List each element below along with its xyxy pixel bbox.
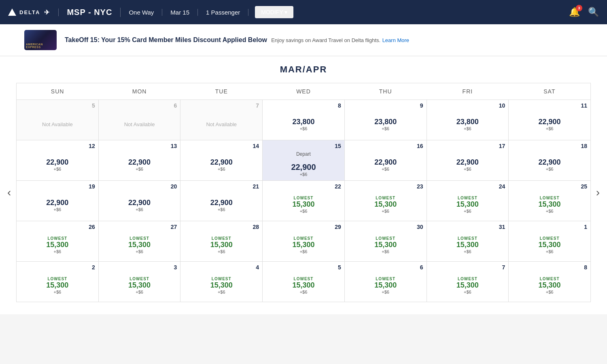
day-content: 22,900+$6 [20, 183, 95, 218]
lowest-fee-value: +$6 [382, 249, 389, 254]
modify-button[interactable]: MODIFY ▾ [255, 6, 293, 18]
calendar-cell[interactable]: 1222,900+$6 [17, 140, 99, 181]
miles-value: 22,900 [46, 158, 68, 167]
calendar-cell[interactable]: 1622,900+$6 [344, 140, 427, 181]
calendar-cell[interactable]: 1322,900+$6 [98, 140, 180, 181]
day-number: 20 [171, 183, 177, 190]
fee-value: +$6 [464, 126, 471, 131]
calendar-cell[interactable]: 25LOWEST15,300+$6 [509, 181, 591, 221]
day-content: LOWEST15,300+$6 [266, 264, 341, 298]
day-header-thu: THU [344, 83, 427, 100]
lowest-miles-value: 15,300 [456, 200, 479, 209]
day-content: 22,900+$6 [430, 143, 505, 177]
calendar-cell[interactable]: 2LOWEST15,300+$6 [17, 262, 99, 302]
lowest-label: LOWEST [47, 277, 67, 281]
fee-value: +$6 [546, 126, 554, 131]
day-number: 26 [89, 224, 95, 230]
calendar-cell[interactable]: 1722,900+$6 [427, 140, 509, 181]
calendar-cell[interactable]: 26LOWEST15,300+$6 [17, 221, 99, 262]
day-number: 29 [335, 224, 341, 230]
fee-value: +$6 [546, 167, 554, 171]
calendar-cell[interactable]: 24LOWEST15,300+$6 [427, 181, 509, 221]
calendar-cell[interactable]: 23LOWEST15,300+$6 [344, 181, 427, 221]
calendar-cell[interactable]: 2122,900+$6 [180, 181, 263, 221]
day-content: LOWEST15,300+$6 [348, 224, 423, 258]
calendar-cell[interactable]: 30LOWEST15,300+$6 [344, 221, 427, 262]
prev-month-button[interactable]: ‹ [4, 186, 14, 199]
day-number: 9 [420, 102, 423, 109]
next-month-button[interactable]: › [593, 186, 603, 199]
miles-value: 22,900 [128, 158, 151, 167]
calendar-cell[interactable]: 6LOWEST15,300+$6 [344, 262, 427, 302]
miles-value: 23,800 [456, 118, 479, 126]
fee-value: +$6 [218, 207, 225, 212]
calendar-cell[interactable]: 4LOWEST15,300+$6 [180, 262, 263, 302]
calendar-cell[interactable]: 3LOWEST15,300+$6 [98, 262, 180, 302]
calendar-cell[interactable]: 31LOWEST15,300+$6 [427, 221, 509, 262]
lowest-fee-value: +$6 [218, 249, 225, 254]
day-content: 22,900+$6 [102, 143, 177, 177]
day-content: LOWEST15,300+$6 [102, 224, 177, 258]
day-number: 21 [253, 183, 259, 190]
day-content: LOWEST15,300+$6 [430, 183, 505, 218]
depart-label: Depart [296, 151, 311, 157]
calendar-row: 2LOWEST15,300+$63LOWEST15,300+$64LOWEST1… [17, 262, 591, 302]
calendar-cell[interactable]: 1023,800+$6 [427, 100, 509, 140]
day-content: 23,800+$6 [266, 102, 341, 137]
lowest-label: LOWEST [540, 236, 560, 241]
learn-more-link[interactable]: Learn More [382, 37, 409, 43]
miles-value: 22,900 [128, 199, 151, 207]
fee-value: +$6 [54, 167, 62, 171]
lowest-label: LOWEST [458, 196, 478, 200]
day-content: LOWEST15,300+$6 [430, 264, 505, 298]
calendar-cell[interactable]: 28LOWEST15,300+$6 [180, 221, 263, 262]
calendar-cell[interactable]: 823,800+$6 [263, 100, 345, 140]
passenger-count: 1 Passenger [198, 9, 248, 16]
calendar-cell[interactable]: 6Not Available [98, 100, 180, 140]
day-header-wed: WED [263, 83, 345, 100]
calendar-cell[interactable]: 7LOWEST15,300+$6 [427, 262, 509, 302]
day-content: 22,900+$6 [184, 143, 259, 177]
logo-text: DELTA [19, 9, 40, 15]
fee-value: +$6 [136, 167, 143, 171]
search-icon[interactable]: 🔍 [588, 7, 599, 17]
day-content: LOWEST15,300+$6 [512, 183, 587, 218]
calendar-cell[interactable]: 923,800+$6 [344, 100, 427, 140]
lowest-label: LOWEST [540, 277, 560, 281]
calendar-cell[interactable]: 1922,900+$6 [17, 181, 99, 221]
calendar-cell[interactable]: 1422,900+$6 [180, 140, 263, 181]
calendar-row: 26LOWEST15,300+$627LOWEST15,300+$628LOWE… [17, 221, 591, 262]
miles-value: 23,800 [292, 118, 314, 126]
calendar-cell[interactable]: 5LOWEST15,300+$6 [263, 262, 345, 302]
day-content: 22,900+$6 [184, 183, 259, 218]
promo-subtitle: Enjoy savings on Award Travel on Delta f… [271, 37, 380, 43]
calendar-cell[interactable]: 22LOWEST15,300+$6 [263, 181, 345, 221]
banner-content: TakeOff 15: Your 15% Card Member Miles D… [65, 36, 409, 44]
day-content: LOWEST15,300+$6 [20, 224, 95, 258]
calendar-cell[interactable]: 29LOWEST15,300+$6 [263, 221, 345, 262]
lowest-fee-value: +$6 [54, 249, 62, 254]
calendar-cell[interactable]: 15Depart22,900+$6 [263, 140, 345, 181]
calendar-cell[interactable]: 27LOWEST15,300+$6 [98, 221, 180, 262]
calendar-cell[interactable]: 1822,900+$6 [509, 140, 591, 181]
calendar-cell[interactable]: 8LOWEST15,300+$6 [509, 262, 591, 302]
fee-value: +$6 [136, 207, 143, 212]
calendar-cell[interactable]: 1122,900+$6 [509, 100, 591, 140]
day-number: 18 [581, 143, 587, 149]
calendar-cell[interactable]: 7Not Available [180, 100, 263, 140]
day-number: 15 [335, 143, 341, 149]
calendar-cell[interactable]: 2022,900+$6 [98, 181, 180, 221]
lowest-miles-value: 15,300 [374, 241, 397, 249]
notification-bell[interactable]: 🔔 3 [569, 7, 580, 17]
lowest-label: LOWEST [458, 277, 478, 281]
day-number: 24 [499, 183, 505, 190]
day-content: LOWEST15,300+$6 [20, 264, 95, 298]
calendar-cell[interactable]: 1LOWEST15,300+$6 [509, 221, 591, 262]
day-content: LOWEST15,300+$6 [184, 264, 259, 298]
calendar-cell[interactable]: 5Not Available [17, 100, 99, 140]
day-header-mon: MON [98, 83, 180, 100]
lowest-fee-value: +$6 [546, 209, 554, 214]
day-number: 16 [417, 143, 423, 149]
delta-logo[interactable]: DELTA ✈ [8, 8, 59, 16]
day-number: 14 [253, 143, 259, 149]
